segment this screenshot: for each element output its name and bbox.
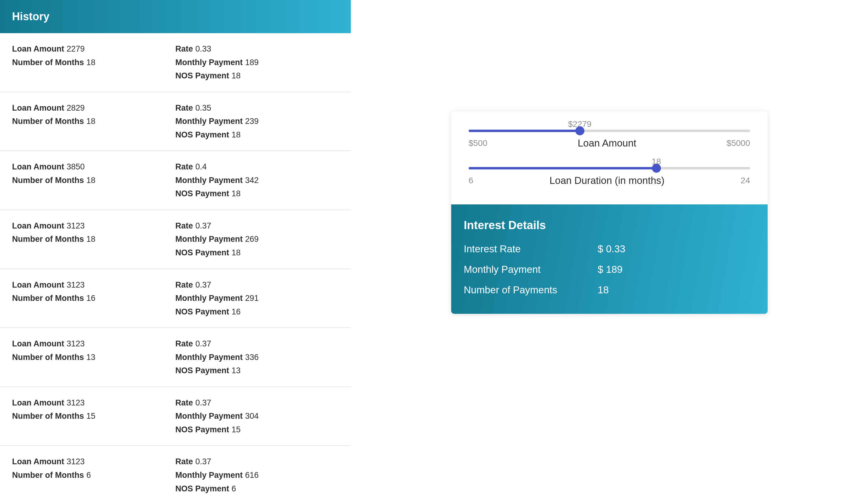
monthly-payment-hist-value: 269 — [245, 235, 259, 243]
sliders-section: $2279 $500 Loan Amount $5000 18 — [451, 112, 768, 204]
num-payments-value: 18 — [598, 284, 609, 296]
rate-label: Rate — [175, 162, 193, 171]
loan-amount-label: Loan Amount — [12, 280, 64, 289]
loan-amount-label: Loan Amount — [12, 44, 64, 53]
history-right-col: Rate0.33 Monthly Payment189 NOS Payment1… — [175, 42, 339, 83]
interest-rate-row: Interest Rate $ 0.33 — [464, 243, 755, 255]
history-right-col: Rate0.37 Monthly Payment616 NOS Payment6 — [175, 455, 339, 495]
rate-label: Rate — [175, 221, 193, 230]
monthly-payment-label: Monthly Payment — [464, 264, 598, 275]
rate-value: 0.37 — [195, 398, 211, 407]
history-sidebar: History Loan Amount2279 Number of Months… — [0, 0, 351, 495]
num-months-value: 18 — [86, 117, 95, 126]
loan-amount-value: 3123 — [67, 280, 85, 289]
history-item[interactable]: Loan Amount3123 Number of Months18 Rate0… — [0, 210, 351, 269]
nos-payment-value: 15 — [231, 425, 241, 434]
rate-value: 0.33 — [195, 44, 211, 53]
monthly-payment-hist-label: Monthly Payment — [175, 176, 243, 185]
loan-amount-slider-block: $2279 $500 Loan Amount $5000 — [469, 130, 750, 149]
num-months-value: 15 — [86, 411, 95, 421]
monthly-payment-hist-value: 239 — [245, 117, 259, 126]
history-item[interactable]: Loan Amount2279 Number of Months18 Rate0… — [0, 33, 351, 92]
monthly-payment-hist-value: 304 — [245, 411, 259, 421]
num-months-value: 13 — [86, 353, 95, 362]
rate-value: 0.37 — [195, 339, 211, 348]
loan-amount-value: 3123 — [67, 221, 85, 230]
num-payments-label: Number of Payments — [464, 284, 598, 296]
rate-label: Rate — [175, 398, 193, 407]
loan-amount-slider[interactable] — [469, 130, 750, 132]
interest-rate-value: $ 0.33 — [598, 243, 625, 255]
num-months-value: 18 — [86, 235, 95, 243]
num-months-label: Number of Months — [12, 235, 84, 243]
nos-payment-label: NOS Payment — [175, 425, 229, 434]
loan-amount-value: 3123 — [67, 398, 85, 407]
interest-rate-label: Interest Rate — [464, 243, 598, 255]
monthly-payment-hist-label: Monthly Payment — [175, 117, 243, 126]
rate-value: 0.4 — [195, 162, 207, 171]
history-right-col: Rate0.37 Monthly Payment336 NOS Payment1… — [175, 337, 339, 377]
loan-amount-value: 2279 — [67, 44, 85, 53]
history-item[interactable]: Loan Amount3123 Number of Months13 Rate0… — [0, 328, 351, 387]
loan-duration-slider[interactable] — [469, 167, 750, 169]
history-left-col: Loan Amount3123 Number of Months18 — [12, 219, 175, 259]
history-left-col: Loan Amount2279 Number of Months18 — [12, 42, 175, 83]
loan-amount-min-label: $500 — [469, 138, 487, 148]
nos-payment-value: 6 — [231, 484, 236, 493]
nos-payment-value: 16 — [231, 307, 241, 316]
monthly-payment-hist-value: 189 — [245, 58, 259, 67]
history-item[interactable]: Loan Amount3850 Number of Months18 Rate0… — [0, 151, 351, 210]
loan-duration-min-label: 6 — [469, 176, 473, 185]
history-item[interactable]: Loan Amount3123 Number of Months15 Rate0… — [0, 387, 351, 446]
loan-amount-title: Loan Amount — [578, 137, 637, 149]
monthly-payment-hist-label: Monthly Payment — [175, 411, 243, 421]
loan-amount-slider-thumb[interactable] — [575, 126, 585, 135]
monthly-payment-hist-label: Monthly Payment — [175, 58, 243, 67]
loan-amount-value: 3123 — [67, 339, 85, 348]
loan-duration-max-label: 24 — [741, 176, 750, 185]
nos-payment-value: 18 — [231, 130, 241, 139]
history-item[interactable]: Loan Amount3123 Number of Months16 Rate0… — [0, 269, 351, 328]
num-months-value: 18 — [86, 176, 95, 185]
num-months-label: Number of Months — [12, 411, 84, 421]
monthly-payment-hist-value: 616 — [245, 471, 259, 480]
history-right-col: Rate0.37 Monthly Payment291 NOS Payment1… — [175, 278, 339, 319]
num-months-label: Number of Months — [12, 58, 84, 67]
history-right-col: Rate0.4 Monthly Payment342 NOS Payment18 — [175, 160, 339, 201]
nos-payment-label: NOS Payment — [175, 366, 229, 375]
loan-duration-title: Loan Duration (in months) — [550, 175, 664, 186]
calculator-area: $2279 $500 Loan Amount $5000 18 — [351, 0, 868, 495]
nos-payment-label: NOS Payment — [175, 248, 229, 257]
history-right-col: Rate0.37 Monthly Payment304 NOS Payment1… — [175, 396, 339, 437]
loan-duration-slider-thumb[interactable] — [652, 164, 661, 173]
nos-payment-value: 13 — [231, 366, 241, 375]
history-left-col: Loan Amount3123 Number of Months13 — [12, 337, 175, 377]
history-left-col: Loan Amount3123 Number of Months6 — [12, 455, 175, 495]
history-item[interactable]: Loan Amount2829 Number of Months18 Rate0… — [0, 92, 351, 151]
history-title: History — [0, 0, 351, 33]
loan-amount-value: 2829 — [67, 103, 85, 113]
loan-amount-value: 3123 — [67, 457, 85, 466]
loan-duration-slider-fill — [469, 167, 656, 169]
loan-duration-slider-labels: 6 Loan Duration (in months) 24 — [469, 175, 750, 186]
loan-amount-slider-fill — [469, 130, 580, 132]
rate-label: Rate — [175, 457, 193, 466]
monthly-payment-hist-label: Monthly Payment — [175, 235, 243, 243]
num-months-label: Number of Months — [12, 117, 84, 126]
loan-amount-label: Loan Amount — [12, 457, 64, 466]
monthly-payment-hist-label: Monthly Payment — [175, 471, 243, 480]
num-months-value: 18 — [86, 58, 95, 67]
nos-payment-label: NOS Payment — [175, 130, 229, 139]
rate-value: 0.37 — [195, 221, 211, 230]
loan-amount-label: Loan Amount — [12, 221, 64, 230]
num-months-label: Number of Months — [12, 294, 84, 303]
monthly-payment-hist-label: Monthly Payment — [175, 353, 243, 362]
rate-label: Rate — [175, 103, 193, 113]
rate-label: Rate — [175, 339, 193, 348]
num-months-label: Number of Months — [12, 353, 84, 362]
rate-value: 0.37 — [195, 280, 211, 289]
rate-label: Rate — [175, 280, 193, 289]
monthly-payment-row: Monthly Payment $ 189 — [464, 264, 755, 275]
history-item[interactable]: Loan Amount3123 Number of Months6 Rate0.… — [0, 446, 351, 495]
interest-details-panel: Interest Details Interest Rate $ 0.33 Mo… — [451, 204, 768, 314]
